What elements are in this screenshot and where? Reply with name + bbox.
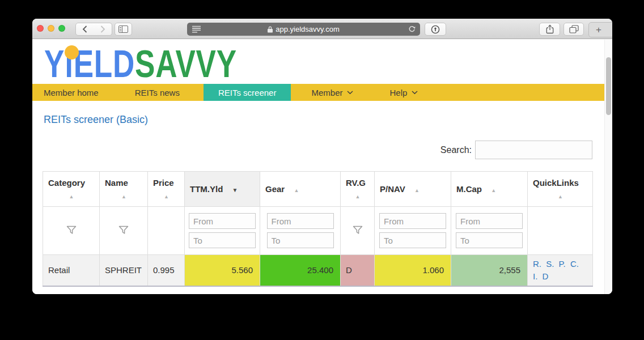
column-header-price[interactable]: Price (148, 172, 185, 207)
quicklink-i[interactable]: I. (533, 271, 537, 281)
filter-cell-gear (260, 207, 341, 255)
chevron-right-icon (100, 26, 105, 33)
sort-asc-icon (533, 190, 588, 200)
screener-table: Category Name Price TTM.Yld (43, 171, 593, 287)
cell-gear: 25.400 (260, 255, 341, 286)
tabs-icon (569, 25, 579, 33)
share-button[interactable] (539, 23, 560, 36)
site-logo[interactable]: YıELDSAVVY (44, 43, 291, 84)
reader-view-icon[interactable] (192, 26, 201, 33)
logo-savvy-text: SAVVY (135, 42, 237, 85)
main-nav: Member home REITs news REITs screener Me… (32, 84, 604, 101)
nav-item-reits-news[interactable]: REITs news (124, 84, 191, 101)
filter-cell-m-cap (451, 207, 528, 255)
cell-m-cap: 2,555 (451, 255, 528, 286)
cell-name: SPHREIT (100, 255, 148, 286)
p-nav-from-input[interactable] (379, 213, 446, 229)
column-header-category[interactable]: Category (43, 172, 100, 207)
filter-cell-rv-g (341, 207, 375, 255)
quicklink-p[interactable]: P. (559, 259, 566, 269)
sort-asc-icon (414, 184, 420, 194)
column-header-rv-g[interactable]: RV.G (341, 172, 375, 207)
sort-desc-icon (232, 184, 238, 194)
cell-p-nav: 1.060 (375, 255, 451, 286)
zoom-window-button[interactable] (58, 25, 65, 32)
filter-cell-ttm-yld (185, 207, 260, 255)
url-text: app.yieldsavvy.com (276, 25, 339, 33)
column-header-p-nav[interactable]: P/NAV (375, 172, 451, 207)
share-icon (546, 24, 554, 34)
nav-item-member-dropdown[interactable]: Member (300, 84, 365, 101)
gear-to-input[interactable] (267, 232, 334, 248)
cell-ttm-yld: 5.560 (185, 255, 260, 286)
logo-dot-icon (65, 45, 79, 60)
search-label: Search: (440, 145, 472, 155)
address-bar[interactable]: app.yieldsavvy.com (187, 23, 420, 36)
filter-cell-price (148, 207, 185, 255)
search-input[interactable] (475, 141, 592, 159)
column-header-ttm-yld[interactable]: TTM.Yld (185, 172, 260, 207)
quicklink-d[interactable]: D (543, 271, 549, 281)
onepassword-extension-button[interactable] (425, 23, 446, 36)
sort-asc-icon (491, 184, 496, 194)
sidebar-icon (118, 26, 128, 33)
logo-yield-text: YıELD (44, 42, 135, 85)
table-row: Retail SPHREIT 0.995 5.560 25.400 D 1.06… (43, 255, 593, 286)
chevron-left-icon (82, 26, 87, 33)
onepassword-keyhole-icon (431, 25, 440, 34)
sort-asc-icon (105, 190, 143, 200)
nav-item-help-dropdown[interactable]: Help (378, 84, 429, 101)
m-cap-from-input[interactable] (456, 213, 523, 229)
ttm-yld-from-input[interactable] (189, 213, 256, 229)
tab-overview-button[interactable] (564, 23, 584, 36)
sort-asc-icon (346, 190, 370, 200)
new-tab-button[interactable] (588, 22, 612, 37)
quicklink-s[interactable]: S. (546, 259, 554, 269)
page-title: REITs screener (Basic) (44, 114, 148, 126)
filter-cell-name (100, 207, 148, 255)
p-nav-to-input[interactable] (379, 232, 446, 248)
filter-funnel-icon[interactable] (353, 226, 363, 235)
forward-button[interactable] (94, 23, 112, 36)
close-window-button[interactable] (37, 25, 44, 32)
nav-item-member-home[interactable]: Member home (32, 84, 110, 101)
scrollbar-thumb[interactable] (606, 57, 611, 115)
minimize-window-button[interactable] (48, 25, 54, 32)
column-header-name[interactable]: Name (100, 172, 148, 207)
window-controls (37, 25, 65, 32)
browser-window: app.yieldsavvy.com (32, 19, 612, 294)
cell-price: 0.995 (148, 255, 185, 286)
cell-quicklinks: R. S. P. C. I. D (528, 255, 593, 286)
lock-icon (268, 26, 273, 33)
scrollbar[interactable] (604, 40, 612, 294)
sort-asc-icon (153, 190, 180, 200)
filter-cell-category (43, 207, 100, 255)
cell-rv-g: D (341, 255, 375, 286)
search-row: Search: (440, 141, 592, 159)
filter-cell-quicklinks (528, 207, 593, 255)
column-header-gear[interactable]: Gear (260, 172, 341, 207)
filter-cell-p-nav (375, 207, 451, 255)
page-content: YıELDSAVVY Member home REITs news REITs … (32, 40, 604, 294)
back-button[interactable] (75, 23, 94, 36)
column-header-quicklinks[interactable]: QuickLinks (528, 172, 593, 207)
filter-funnel-icon[interactable] (118, 226, 129, 235)
sort-asc-icon (294, 184, 299, 194)
sidebar-toggle-button[interactable] (115, 23, 132, 36)
column-header-m-cap[interactable]: M.Cap (451, 172, 528, 207)
quicklink-r[interactable]: R. (533, 259, 541, 269)
refresh-icon[interactable] (408, 26, 416, 33)
browser-titlebar: app.yieldsavvy.com (32, 19, 612, 39)
gear-from-input[interactable] (267, 213, 334, 229)
chevron-down-icon (347, 91, 353, 95)
m-cap-to-input[interactable] (456, 232, 523, 248)
cell-category: Retail (43, 255, 100, 286)
quicklink-c[interactable]: C. (570, 259, 579, 269)
filter-funnel-icon[interactable] (66, 226, 77, 235)
sort-asc-icon (48, 190, 95, 200)
nav-item-reits-screener[interactable]: REITs screener (204, 84, 291, 101)
chevron-down-icon (412, 91, 418, 95)
ttm-yld-to-input[interactable] (189, 232, 256, 248)
